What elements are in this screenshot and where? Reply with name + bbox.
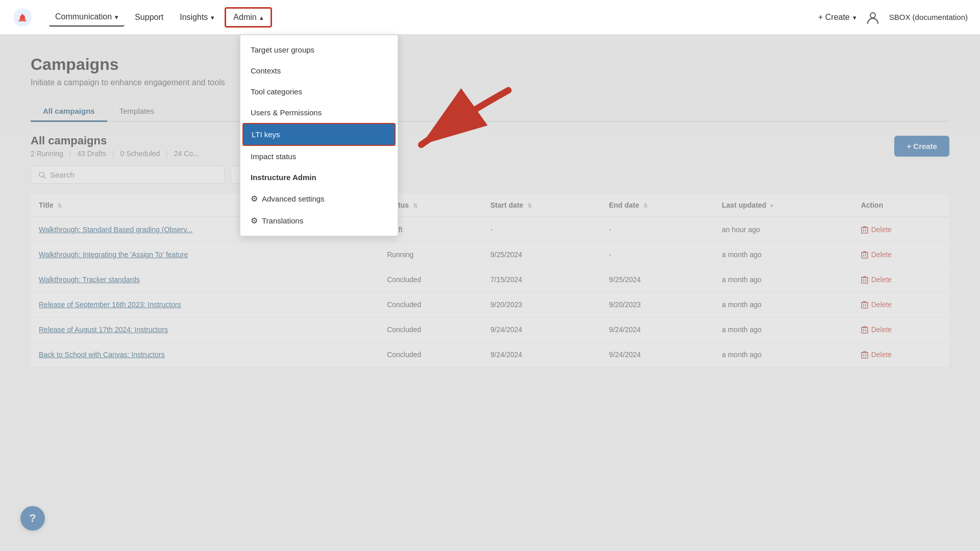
campaign-link-1[interactable]: Walkthrough: Integrating the 'Assign To'…	[39, 251, 188, 259]
campaign-link-2[interactable]: Walkthrough: Tracker standards	[39, 276, 140, 284]
delete-button-3[interactable]: Delete	[861, 300, 892, 309]
cell-status-5: Concluded	[379, 342, 482, 367]
th-action: Action	[853, 194, 949, 217]
campaigns-table: Title ⇅ Status ⇅ Start date ⇅ End date ⇅…	[31, 194, 949, 367]
trash-icon	[861, 251, 868, 259]
filter-row: ▼ Columns Visibility	[31, 166, 949, 184]
admin-chevron-up-icon	[260, 13, 263, 22]
table-row: Release of September 16th 2023: Instruct…	[31, 292, 949, 317]
cell-last-updated-4: a month ago	[714, 317, 852, 342]
trash-icon	[861, 226, 868, 234]
help-button[interactable]: ?	[20, 506, 45, 531]
cell-title-5: Back to School with Canvas: Instructors	[31, 342, 379, 367]
svg-point-1	[20, 15, 25, 20]
cell-action-0: Delete	[853, 217, 949, 242]
dropdown-item-translations[interactable]: ⚙ Translations	[240, 210, 398, 232]
delete-button-4[interactable]: Delete	[861, 325, 892, 334]
cell-start-date-4: 9/24/2024	[482, 317, 601, 342]
nav-item-insights[interactable]: Insights	[174, 9, 220, 26]
settings-icon: ⚙	[251, 194, 258, 204]
delete-button-1[interactable]: Delete	[861, 251, 892, 259]
admin-dropdown: Target user groups Contexts Tool categor…	[240, 35, 398, 236]
campaign-link-5[interactable]: Back to School with Canvas: Instructors	[39, 350, 165, 359]
status-sort-icon[interactable]: ⇅	[413, 203, 418, 209]
delete-button-2[interactable]: Delete	[861, 276, 892, 284]
campaign-link-3[interactable]: Release of September 16th 2023: Instruct…	[39, 300, 181, 309]
cell-title-1: Walkthrough: Integrating the 'Assign To'…	[31, 242, 379, 267]
cell-start-date-1: 9/25/2024	[482, 242, 601, 267]
delete-button-5[interactable]: Delete	[861, 350, 892, 359]
cell-last-updated-1: a month ago	[714, 242, 852, 267]
page-subtitle: Initiate a campaign to enhance engagemen…	[31, 78, 949, 87]
concluded-count: 24 Co...	[174, 149, 199, 158]
cell-end-date-0: -	[601, 217, 714, 242]
nav-item-admin[interactable]: Admin	[225, 7, 272, 28]
cell-start-date-2: 7/15/2024	[482, 267, 601, 292]
campaign-link-0[interactable]: Walkthrough: Standard Based grading (Obs…	[39, 226, 192, 234]
create-chevron-down-icon	[853, 13, 856, 22]
cell-last-updated-2: a month ago	[714, 267, 852, 292]
campaigns-meta: 2 Running | 43 Drafts | 0 Scheduled | 24…	[31, 149, 203, 158]
nav-item-communication[interactable]: Communication	[49, 8, 125, 27]
cell-end-date-3: 9/20/2023	[601, 292, 714, 317]
campaign-link-4[interactable]: Release of August 17th 2024: Instructors	[39, 325, 168, 334]
cell-last-updated-5: a month ago	[714, 342, 852, 367]
table-row: Walkthrough: Integrating the 'Assign To'…	[31, 242, 949, 267]
communication-chevron-down-icon	[115, 12, 118, 21]
tab-templates[interactable]: Templates	[107, 102, 166, 122]
trash-icon	[861, 325, 868, 334]
cell-start-date-0: -	[482, 217, 601, 242]
create-campaign-button[interactable]: + Create	[894, 136, 949, 157]
dropdown-item-contexts[interactable]: Contexts	[240, 60, 398, 81]
title-sort-icon[interactable]: ⇅	[57, 203, 62, 209]
campaigns-section-title: All campaigns	[31, 134, 203, 147]
scheduled-count: 0 Scheduled	[120, 149, 160, 158]
translations-icon: ⚙	[251, 216, 258, 226]
table-row: Walkthrough: Tracker standards Concluded…	[31, 267, 949, 292]
end-date-sort-icon[interactable]: ⇅	[643, 203, 648, 209]
cell-status-4: Concluded	[379, 317, 482, 342]
cell-last-updated-3: a month ago	[714, 292, 852, 317]
dropdown-item-target-user-groups[interactable]: Target user groups	[240, 39, 398, 60]
th-start-date: Start date ⇅	[482, 194, 601, 217]
cell-action-5: Delete	[853, 342, 949, 367]
search-box	[31, 166, 225, 184]
search-input[interactable]	[50, 170, 217, 179]
tab-all-campaigns[interactable]: All campaigns	[31, 102, 107, 122]
user-profile-icon[interactable]	[865, 9, 881, 26]
cell-title-4: Release of August 17th 2024: Instructors	[31, 317, 379, 342]
cell-start-date-5: 9/24/2024	[482, 342, 601, 367]
delete-button-0[interactable]: Delete	[861, 226, 892, 234]
nav-item-support[interactable]: Support	[129, 9, 169, 26]
cell-action-2: Delete	[853, 267, 949, 292]
svg-rect-18	[862, 303, 868, 308]
start-date-sort-icon[interactable]: ⇅	[527, 203, 532, 209]
table-row: Walkthrough: Standard Based grading (Obs…	[31, 217, 949, 242]
campaigns-header: All campaigns 2 Running | 43 Drafts | 0 …	[31, 134, 949, 158]
dropdown-item-instructure-admin[interactable]: Instructure Admin	[240, 167, 398, 188]
cell-end-date-2: 9/25/2024	[601, 267, 714, 292]
cell-action-4: Delete	[853, 317, 949, 342]
cell-title-3: Release of September 16th 2023: Instruct…	[31, 292, 379, 317]
tabs: All campaigns Templates	[31, 102, 949, 122]
dropdown-item-impact-status[interactable]: Impact status	[240, 146, 398, 167]
svg-rect-14	[862, 278, 868, 283]
nav-right: + Create SBOX (documentation)	[818, 9, 968, 26]
dropdown-item-tool-categories[interactable]: Tool categories	[240, 81, 398, 102]
trash-icon	[861, 276, 868, 284]
dropdown-item-users-permissions[interactable]: Users & Permissions	[240, 102, 398, 123]
create-button[interactable]: + Create	[818, 13, 856, 22]
drafts-count: 43 Drafts	[77, 149, 106, 158]
cell-end-date-4: 9/24/2024	[601, 317, 714, 342]
svg-line-5	[43, 176, 45, 178]
cell-action-3: Delete	[853, 292, 949, 317]
svg-rect-26	[862, 353, 868, 358]
main-content: Campaigns Initiate a campaign to enhance…	[0, 35, 980, 387]
last-updated-sort-icon[interactable]: ▾	[770, 203, 773, 209]
cell-title-2: Walkthrough: Tracker standards	[31, 267, 379, 292]
dropdown-item-advanced-settings[interactable]: ⚙ Advanced settings	[240, 188, 398, 210]
dropdown-item-lti-keys[interactable]: LTI keys	[242, 123, 396, 146]
app-logo[interactable]	[12, 7, 33, 28]
cell-last-updated-0: an hour ago	[714, 217, 852, 242]
th-end-date: End date ⇅	[601, 194, 714, 217]
